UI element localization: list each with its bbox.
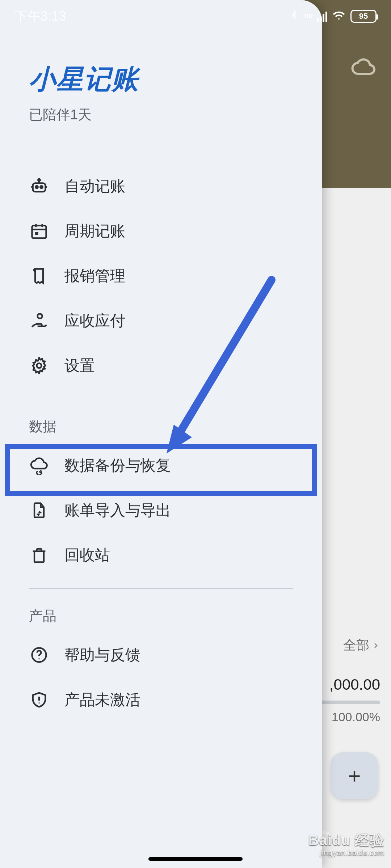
amount-value: ,000.00 — [319, 676, 380, 693]
hd-indicator: HD — [304, 13, 313, 20]
watermark-main: Baidu 经验 — [308, 830, 384, 850]
filter-all[interactable]: 全部 — [319, 637, 380, 654]
side-drawer: 小星记账 已陪伴1天 自动记账 周期记账 报销管理 — [0, 0, 322, 868]
menu-label: 应收应付 — [64, 311, 125, 331]
menu-label: 帮助与反馈 — [64, 645, 140, 665]
app-subtitle: 已陪伴1天 — [29, 106, 293, 124]
menu-label: 账单导入与导出 — [64, 500, 171, 520]
menu-item-trash[interactable]: 回收站 — [0, 533, 322, 578]
app-title: 小星记账 — [29, 61, 293, 98]
menu-item-help[interactable]: 帮助与反馈 — [0, 633, 322, 677]
add-fab-button[interactable]: + — [331, 752, 378, 799]
menu-item-settings[interactable]: 设置 — [0, 343, 322, 388]
svg-rect-0 — [33, 183, 46, 192]
help-icon — [29, 645, 49, 665]
menu-item-activate[interactable]: 产品未激活 — [0, 677, 322, 722]
signal-icon — [317, 11, 327, 22]
divider — [29, 588, 293, 589]
calendar-icon — [29, 221, 49, 241]
trash-icon — [29, 545, 49, 565]
percent-value: 100.00% — [319, 710, 380, 724]
plus-icon: + — [348, 763, 361, 788]
bluetooth-icon — [289, 9, 299, 24]
menu-label: 自动记账 — [64, 176, 125, 196]
battery-indicator: 95 — [350, 10, 377, 23]
wifi-icon — [332, 9, 345, 24]
svg-point-1 — [35, 186, 38, 188]
hand-coin-icon — [29, 311, 49, 331]
section-data: 数据 — [0, 417, 322, 436]
brand-block: 小星记账 已陪伴1天 — [0, 61, 322, 124]
menu: 自动记账 周期记账 报销管理 应收应付 — [0, 164, 322, 722]
nav-handle[interactable] — [148, 857, 243, 861]
svg-point-2 — [40, 186, 43, 188]
svg-point-17 — [38, 658, 39, 659]
menu-label: 报销管理 — [64, 266, 125, 286]
status-time: 下午3:13 — [14, 8, 66, 25]
chevron-right-icon — [371, 641, 380, 650]
cloud-icon[interactable] — [350, 54, 377, 82]
bg-summary-card: 全部 ,000.00 100.00% — [319, 629, 391, 731]
menu-label: 设置 — [64, 356, 95, 376]
status-bar: 下午3:13 HD 95 — [0, 0, 391, 33]
watermark: Baidu 经验 jingyan.baidu.com — [308, 830, 384, 857]
menu-item-import[interactable]: 账单导入与导出 — [0, 488, 322, 533]
screen: 全部 ,000.00 100.00% + 下午3:13 HD 95 小星记账 — [0, 0, 391, 868]
menu-item-auto[interactable]: 自动记账 — [0, 164, 322, 209]
menu-item-cycle[interactable]: 周期记账 — [0, 209, 322, 254]
gear-icon — [29, 356, 49, 376]
svg-rect-14 — [34, 551, 44, 562]
menu-item-backup[interactable]: 数据备份与恢复 — [0, 443, 322, 488]
svg-point-13 — [37, 363, 42, 368]
battery-level: 95 — [359, 12, 368, 21]
svg-rect-7 — [32, 226, 46, 238]
menu-label: 产品未激活 — [64, 690, 140, 710]
menu-label: 数据备份与恢复 — [64, 455, 171, 476]
svg-point-4 — [38, 179, 40, 181]
svg-point-12 — [38, 314, 42, 319]
shield-alert-icon — [29, 690, 49, 710]
receipt-icon — [29, 266, 49, 286]
menu-label: 周期记账 — [64, 221, 125, 241]
watermark-sub: jingyan.baidu.com — [308, 849, 384, 857]
menu-item-receivable[interactable]: 应收应付 — [0, 298, 322, 343]
cloud-sync-icon — [29, 455, 49, 476]
robot-icon — [29, 176, 49, 196]
menu-item-reimburse[interactable]: 报销管理 — [0, 254, 322, 298]
status-right: HD 95 — [289, 9, 377, 24]
file-transfer-icon — [29, 500, 49, 520]
menu-label: 回收站 — [64, 545, 110, 565]
svg-rect-11 — [35, 232, 38, 235]
svg-point-19 — [38, 702, 39, 703]
divider — [29, 399, 293, 399]
section-product: 产品 — [0, 607, 322, 625]
filter-all-label: 全部 — [343, 637, 369, 654]
